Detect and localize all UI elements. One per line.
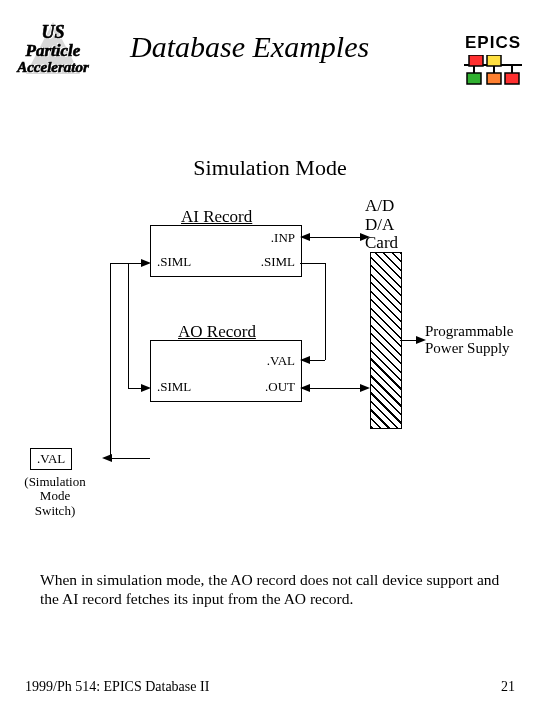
body-text: When in simulation mode, the AO record d… <box>40 570 500 609</box>
ai-record-title: AI Record <box>181 207 252 227</box>
ao-record-box: AO Record .VAL .SIML .OUT <box>150 340 302 402</box>
ao-out-field: .OUT <box>265 379 295 395</box>
diagram: AI Record .INP .SIML .SIML AO Record .VA… <box>0 200 540 530</box>
epics-text: EPICS <box>458 33 528 53</box>
ai-siml-out: .SIML <box>261 254 295 270</box>
footer-page: 21 <box>501 679 515 695</box>
ao-record-title: AO Record <box>178 322 256 342</box>
subtitle: Simulation Mode <box>0 155 540 181</box>
ao-val-field: .VAL <box>267 353 295 369</box>
footer-left: 1999/Ph 514: EPICS Database II <box>25 679 209 695</box>
epics-logo: EPICS <box>458 33 528 93</box>
page-title: Database Examples <box>130 30 369 64</box>
svg-rect-6 <box>469 55 483 66</box>
svg-rect-8 <box>467 73 481 84</box>
ad-da-card-label: A/D D/A Card <box>365 197 398 253</box>
epics-icon <box>462 55 524 93</box>
ai-inp-field: .INP <box>271 230 295 246</box>
ad-da-card <box>370 252 402 429</box>
simulation-switch-val: .VAL <box>30 448 72 470</box>
us-logo-line1: US <box>8 23 98 42</box>
ao-siml-field: .SIML <box>157 379 191 395</box>
ai-record-box: AI Record .INP .SIML .SIML <box>150 225 302 277</box>
simulation-switch-caption: (Simulation Mode Switch) <box>15 475 95 518</box>
ai-siml-in: .SIML <box>157 254 191 270</box>
svg-rect-10 <box>505 73 519 84</box>
footer: 1999/Ph 514: EPICS Database II 21 <box>25 679 515 695</box>
us-logo-line3: Accelerator <box>8 60 98 76</box>
power-supply-label: Programmable Power Supply <box>425 323 513 356</box>
us-particle-accelerator-logo: US Particle Accelerator <box>8 23 98 75</box>
svg-rect-9 <box>487 73 501 84</box>
svg-rect-7 <box>487 55 501 66</box>
us-logo-line2: Particle <box>8 42 98 60</box>
